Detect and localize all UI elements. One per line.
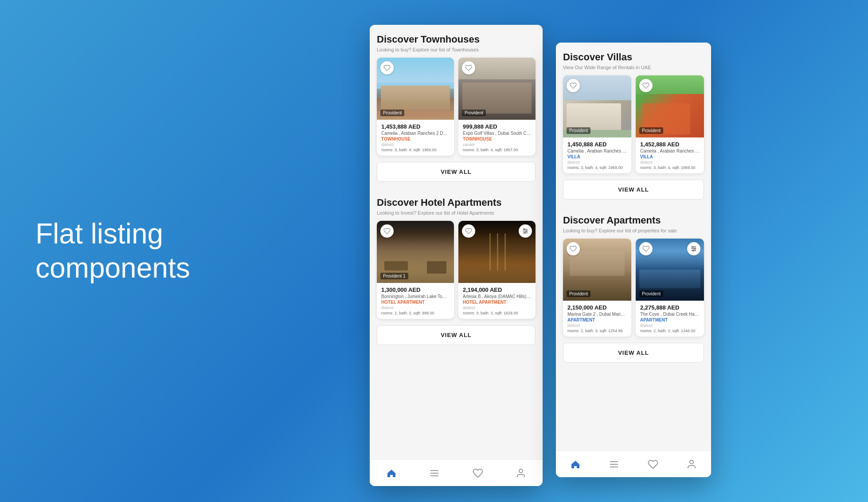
svg-point-4	[526, 231, 527, 232]
nav-profile[interactable]	[508, 465, 533, 481]
townhouse-card-1-type: TOWNHOUSE	[381, 137, 450, 141]
villa-card-1-heart[interactable]	[567, 79, 580, 92]
villa-card-1-type: VILLA	[567, 154, 627, 159]
townhouse-card-1: Provident 1,453,888 AED Camelia , Arabia…	[377, 58, 454, 156]
svg-point-5	[524, 232, 525, 234]
hotel-card-1-price: 1,300,000 AED	[381, 286, 450, 293]
sec-nav-menu[interactable]	[602, 456, 626, 472]
sec-nav-heart[interactable]	[641, 456, 665, 472]
apt-card-2-info: 2,275,888 AED The Cove , Dubai Creek Har…	[636, 301, 704, 337]
townhouse-card-1-info: 1,453,888 AED Camelia , Arabian Ranches …	[377, 120, 454, 156]
apt-card-2-status: distinct	[640, 323, 700, 328]
hotel-card-1-rooms: rooms: 2, bath: 2, sqft: 998.00	[381, 311, 450, 315]
townhouse-card-1-price: 1,453,888 AED	[381, 123, 450, 130]
townhouse-card-2-status: vacant	[463, 142, 531, 147]
nav-heart[interactable]	[465, 465, 490, 481]
apt-card-2: Provident 2,275,888 AED The Cove , Dubai…	[636, 239, 704, 337]
hotel-card-1: Provident 1 1,300,000 AED Bonnington , J…	[377, 221, 454, 319]
townhouses-view-all-button[interactable]: VIEW ALL	[377, 162, 536, 182]
townhouse-card-1-status: distinct	[381, 142, 450, 147]
hotel-card-1-location: Bonnington , Jumeirah Lake Towers Dubai	[381, 294, 450, 299]
villa-card-2-rooms: rooms: 3, bath: 4, sqft: 1969.00	[640, 165, 700, 170]
section-hotel-title: Discover Hotel Apartments	[377, 197, 536, 208]
villas-cards-row: Provident 1,450,888 AED Camelia , Arabia…	[563, 75, 704, 173]
phone-secondary-content: Discover Villas View Our Wide Range of R…	[556, 43, 711, 477]
villa-card-1-status: distinct	[567, 160, 627, 165]
section-apartments: Discover Apartments Looking to buy? Expl…	[563, 215, 704, 367]
villa-card-2-badge: Provident	[639, 127, 663, 134]
sec-nav-home[interactable]	[563, 456, 588, 472]
apt-card-1-price: 2,150,000 AED	[567, 304, 627, 311]
apt-card-2-type: APARTMENT	[640, 318, 700, 322]
villa-card-1-rooms: rooms: 3, bath: 4, sqft: 1969.00	[567, 165, 627, 170]
hotel-card-2-location: Artesia B , Akoya (DAMAC Hills) Dubai	[463, 294, 531, 299]
villa-card-2-price: 1,452,888 AED	[640, 141, 700, 148]
townhouse-card-1-badge: Provident	[380, 110, 404, 116]
apt-card-1-info: 2,150,000 AED Marina Gate 2 , Dubai Mari…	[563, 301, 631, 337]
villa-card-2-heart[interactable]	[639, 79, 653, 92]
apt-card-1-status: distinct	[567, 323, 627, 328]
hotel-card-1-type: HOTEL APARTMENT	[381, 300, 450, 305]
hotel-card-2-heart[interactable]	[462, 224, 475, 238]
section-villas: Discover Villas View Our Wide Range of R…	[563, 51, 704, 204]
phone-main-content: Discover Townhouses Looking to buy? Expl…	[370, 25, 543, 486]
svg-point-13	[692, 247, 693, 248]
townhouse-card-2-heart[interactable]	[462, 61, 475, 75]
townhouse-card-1-heart[interactable]	[380, 61, 394, 75]
hotel-card-1-heart[interactable]	[380, 224, 394, 238]
villa-card-2-type: VILLA	[640, 154, 700, 159]
sec-nav-profile[interactable]	[679, 456, 704, 472]
section-villas-subtitle: View Our Wide Range of Rentals in UAE	[563, 65, 704, 70]
villas-view-all-button[interactable]: VIEW ALL	[563, 180, 704, 200]
townhouse-card-1-location: Camelia , Arabian Ranches 2 Dubai	[381, 131, 450, 136]
svg-point-15	[692, 250, 694, 251]
villa-card-2-info: 1,452,888 AED Camelia , Arabian Ranches …	[636, 137, 704, 173]
apt-card-1-image: Provident	[563, 239, 631, 301]
apt-card-2-heart[interactable]	[639, 242, 653, 255]
hotel-view-all-button[interactable]: VIEW ALL	[377, 325, 536, 345]
phone-main: Discover Townhouses Looking to buy? Expl…	[370, 25, 543, 486]
townhouse-card-2-price: 999,888 AED	[463, 123, 531, 130]
villa-card-1-location: Camelia , Arabian Ranches 2 Dubai	[567, 149, 627, 153]
hotel-card-2-image	[458, 221, 536, 283]
apt-card-2-price: 2,275,888 AED	[640, 304, 700, 311]
page-title: Flat listing components	[35, 217, 186, 285]
apt-card-1-badge: Provident	[567, 290, 590, 297]
nav-home[interactable]	[379, 465, 404, 481]
svg-point-19	[690, 460, 693, 464]
apt-card-2-image: Provident	[636, 239, 704, 301]
apt-card-1-rooms: rooms: 2, bath: 3, sqft: 1254.96	[567, 329, 627, 333]
section-hotel-subtitle: Looking to Invest? Explore our list of H…	[377, 210, 536, 216]
hotel-card-2: 2,194,000 AED Artesia B , Akoya (DAMAC H…	[458, 221, 536, 319]
villa-card-2-image: Provident	[636, 75, 704, 137]
left-text-block: Flat listing components	[0, 190, 213, 312]
villa-card-2-location: Camelia , Arabian Ranches 2 Dubai	[640, 149, 700, 153]
townhouse-card-2-rooms: rooms: 3, bath: 4, sqft: 1857.00	[463, 148, 531, 152]
section-apartments-title: Discover Apartments	[563, 215, 704, 226]
villa-card-1: Provident 1,450,888 AED Camelia , Arabia…	[563, 75, 631, 173]
apt-card-2-filter[interactable]	[687, 242, 700, 255]
hotel-card-1-status: distinct	[381, 306, 450, 310]
villa-card-2-status: distinct	[640, 160, 700, 165]
apt-card-1-location: Marina Gate 2 , Dubai Marina Dubai	[567, 312, 627, 317]
apt-card-1: Provident 2,150,000 AED Marina Gate 2 , …	[563, 239, 631, 337]
townhouse-card-1-rooms: rooms: 3, bath: 4, sqft: 1969.00	[381, 148, 450, 152]
hotel-card-2-filter[interactable]	[519, 224, 532, 238]
section-townhouses: Discover Townhouses Looking to buy? Expl…	[377, 34, 536, 186]
apt-card-2-rooms: rooms: 2, bath: 2, sqft: 1346.00	[640, 329, 700, 333]
apt-card-2-badge: Provident	[639, 290, 663, 297]
apt-card-1-heart[interactable]	[567, 242, 580, 255]
hotel-cards-row: Provident 1 1,300,000 AED Bonnington , J…	[377, 221, 536, 319]
villa-card-1-badge: Provident	[567, 127, 590, 134]
apt-card-2-location: The Cove , Dubai Creek Harbour Dubai	[640, 312, 700, 317]
svg-point-14	[694, 248, 696, 250]
hotel-card-2-price: 2,194,000 AED	[463, 286, 531, 293]
phone-secondary-bottom-nav	[556, 451, 711, 477]
section-villas-title: Discover Villas	[563, 51, 704, 63]
phone-secondary: Discover Villas View Our Wide Range of R…	[556, 43, 711, 477]
villa-card-1-info: 1,450,888 AED Camelia , Arabian Ranches …	[563, 137, 631, 173]
nav-menu[interactable]	[422, 465, 447, 481]
hotel-card-2-info: 2,194,000 AED Artesia B , Akoya (DAMAC H…	[458, 283, 536, 319]
apartments-view-all-button[interactable]: VIEW ALL	[563, 343, 704, 363]
phones-area: Discover Townhouses Looking to buy? Expl…	[213, 16, 868, 486]
